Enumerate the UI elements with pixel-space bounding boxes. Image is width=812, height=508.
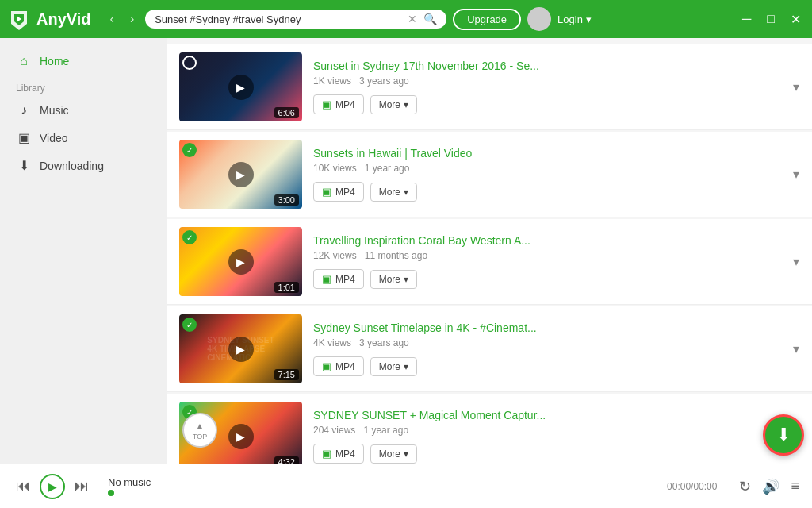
check-badge: ✓ [182,318,197,332]
track-info: No music [108,476,151,496]
expand-button[interactable]: ▾ [793,167,799,182]
video-actions: ▣ MP4 More ▾ [313,444,782,464]
nav-back-button[interactable]: ‹ [105,9,119,29]
sidebar-item-music[interactable]: ♪ Music [0,97,167,124]
more-button[interactable]: More ▾ [370,357,417,376]
upgrade-button[interactable]: Upgrade [453,9,521,30]
sidebar-item-label: Home [40,55,69,67]
video-info: Sydney Sunset Timelapse in 4K - #Cinemat… [313,321,782,376]
play-overlay[interactable]: ▶ [228,249,254,275]
sidebar-item-label: Video [40,132,68,144]
more-button[interactable]: More ▾ [370,95,417,114]
play-overlay[interactable]: ▶ [228,337,254,362]
next-button[interactable]: ⏭ [71,475,92,498]
minimize-button[interactable]: ─ [739,9,754,29]
more-button[interactable]: More ▾ [370,183,417,202]
queue-button[interactable]: ≡ [791,478,799,495]
sidebar-item-downloading[interactable]: ⬇ Downloading [0,152,167,179]
duration-badge: 4:32 [274,456,299,464]
mp4-button[interactable]: ▣ MP4 [313,356,364,376]
player-right-controls: ↻ 🔊 ≡ [739,478,799,495]
download-fab-button[interactable]: ⬇ [763,414,804,456]
search-clear-icon[interactable]: ✕ [408,13,417,25]
volume-button[interactable]: 🔊 [762,478,779,495]
video-meta: 204 views 1 year ago [313,425,782,436]
scroll-to-top-button[interactable]: ▲ TOP [182,413,217,448]
track-progress-dot [108,490,114,496]
repeat-button[interactable]: ↻ [739,478,751,495]
list-item: ✓ ▶ 4:32 SYDNEY SUNSET + Magical Moment … [167,394,812,464]
app-name: AnyVid [36,10,91,29]
mp4-button[interactable]: ▣ MP4 [313,94,364,114]
nav-forward-button[interactable]: › [125,9,139,29]
previous-button[interactable]: ⏮ [13,475,33,498]
time-display: 00:00/00:00 [667,481,717,492]
video-meta: 10K views 1 year ago [313,163,782,174]
list-item: ✓ ▶ 1:01 Travelling Inspiration Coral Ba… [167,219,812,305]
thumbnail[interactable]: ▶ 6:06 [179,52,302,121]
chevron-down-icon: ▾ [404,99,408,110]
check-badge: ✓ [182,143,197,157]
list-item: SYDNEY SUNSET4K TIMELAPSECINEMATIC ✓ ▶ 7… [167,306,812,392]
sidebar-item-video[interactable]: ▣ Video [0,124,167,152]
mp4-button[interactable]: ▣ MP4 [313,444,364,464]
sidebar-item-label: Downloading [40,160,104,172]
mp4-button[interactable]: ▣ MP4 [313,269,364,289]
play-overlay[interactable]: ▶ [228,162,254,187]
app-logo [8,8,30,30]
home-icon: ⌂ [16,54,32,68]
track-name: No music [108,476,151,488]
mp4-icon: ▣ [322,186,331,198]
search-icon[interactable]: 🔍 [423,13,437,25]
mp4-icon: ▣ [322,273,331,285]
play-overlay[interactable]: ▶ [228,75,254,100]
maximize-button[interactable]: □ [764,9,778,29]
play-overlay[interactable]: ▶ [228,424,254,449]
title-bar: AnyVid ‹ › ✕ 🔍 Upgrade Login ▾ ─ □ ✕ [0,0,812,38]
chevron-down-icon: ▾ [404,274,408,285]
duration-badge: 7:15 [274,369,299,380]
chevron-down-icon: ▾ [404,448,408,460]
thumbnail[interactable]: SYDNEY SUNSET4K TIMELAPSECINEMATIC ✓ ▶ 7… [179,314,302,383]
expand-button[interactable]: ▾ [793,254,799,269]
player-controls: ⏮ ▶ ⏭ [13,474,92,499]
play-pause-button[interactable]: ▶ [40,474,65,499]
results-list[interactable]: ▶ 6:06 Sunset in Sydney 17th November 20… [167,38,812,464]
expand-button[interactable]: ▾ [793,341,799,356]
duration-badge: 1:01 [274,282,299,293]
dropdown-icon: ▾ [586,13,592,25]
more-button[interactable]: More ▾ [370,444,417,464]
content-area: ▶ 6:06 Sunset in Sydney 17th November 20… [167,38,812,464]
video-title[interactable]: Sunset in Sydney 17th November 2016 - Se… [313,60,782,72]
video-actions: ▣ MP4 More ▾ [313,356,782,376]
mp4-icon: ▣ [322,360,331,372]
video-meta: 4K views 3 years ago [313,337,782,348]
player-bar: ⏮ ▶ ⏭ No music 00:00/00:00 ↻ 🔊 ≡ [0,464,812,508]
more-button[interactable]: More ▾ [370,270,417,289]
mp4-button[interactable]: ▣ MP4 [313,182,364,202]
avatar [527,7,551,31]
video-title[interactable]: Sydney Sunset Timelapse in 4K - #Cinemat… [313,321,782,334]
thumbnail[interactable]: ✓ ▶ 1:01 [179,227,302,296]
video-actions: ▣ MP4 More ▾ [313,182,782,202]
video-info: Sunsets in Hawaii | Travel Video 10K vie… [313,147,782,202]
login-button[interactable]: Login ▾ [557,13,592,25]
thumbnail[interactable]: ✓ ▶ 3:00 [179,140,302,209]
video-actions: ▣ MP4 More ▾ [313,94,782,114]
duration-badge: 3:00 [274,194,299,206]
video-meta: 12K views 11 months ago [313,250,782,261]
expand-button[interactable]: ▾ [793,79,799,94]
duration-badge: 6:06 [274,107,299,118]
video-title[interactable]: SYDNEY SUNSET + Magical Moment Captur... [313,409,782,421]
video-title[interactable]: Travelling Inspiration Coral Bay Western… [313,234,782,247]
window-controls: ─ □ ✕ [739,9,804,30]
main-layout: ⌂ Home Library ♪ Music ▣ Video ⬇ Downloa… [0,38,812,464]
sidebar: ⌂ Home Library ♪ Music ▣ Video ⬇ Downloa… [0,38,167,464]
video-title[interactable]: Sunsets in Hawaii | Travel Video [313,147,782,160]
search-input[interactable] [155,13,401,25]
download-fab-icon: ⬇ [776,425,791,445]
video-info: Sunset in Sydney 17th November 2016 - Se… [313,60,782,114]
sidebar-item-home[interactable]: ⌂ Home [0,48,167,75]
close-button[interactable]: ✕ [787,9,804,30]
music-icon: ♪ [16,103,32,117]
